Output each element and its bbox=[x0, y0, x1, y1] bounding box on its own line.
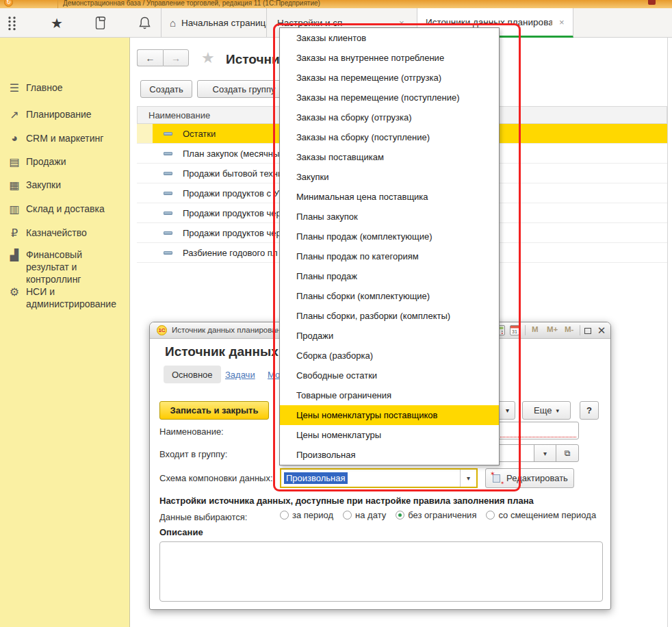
dropdown-item[interactable]: Планы сборки, разборки (комплекты) bbox=[280, 306, 499, 326]
memory-m-button[interactable]: М bbox=[532, 325, 539, 333]
dropdown-item[interactable]: Закупки bbox=[280, 167, 499, 187]
description-textarea[interactable] bbox=[159, 541, 603, 602]
sidebar-item-treasury[interactable]: ₽Казначейство bbox=[0, 227, 130, 240]
sidebar-item-warehouse[interactable]: ▥Склад и доставка bbox=[0, 203, 130, 216]
item-dash-icon bbox=[164, 212, 172, 215]
radio-bez-ogranicheniya[interactable]: без ограничения bbox=[396, 510, 476, 520]
titlebar-divider bbox=[57, 0, 58, 8]
sidebar: ☰Главное ↗Планирование ◕CRM и маркетинг … bbox=[0, 38, 130, 627]
dropdown-item[interactable]: Заказы на перемещение (поступление) bbox=[280, 88, 499, 107]
sidebar-item-planning[interactable]: ↗Планирование bbox=[0, 108, 130, 121]
dropdown-item[interactable]: Цены номенклатуры bbox=[280, 425, 499, 445]
sidebar-item-purchases[interactable]: ▦Закупки bbox=[0, 179, 130, 192]
close-icon[interactable]: ✕ bbox=[596, 325, 607, 336]
dropdown-item[interactable]: Заказы поставщикам bbox=[280, 147, 499, 167]
edit-wand-icon: ✶✶ bbox=[491, 473, 503, 484]
dropdown-item[interactable]: Заказы на сборку (отгрузка) bbox=[280, 107, 499, 127]
dropdown-item[interactable]: Товарные ограничения bbox=[280, 385, 499, 405]
main-menu-icon[interactable] bbox=[3, 8, 22, 38]
dialog-tab-tasks[interactable]: Задачи bbox=[225, 366, 255, 383]
dropdown-item[interactable]: Минимальная цена поставщика bbox=[280, 187, 499, 207]
pie-chart-icon: ◕ bbox=[0, 132, 26, 144]
tab-settings-close-icon[interactable]: × bbox=[399, 18, 404, 28]
dropdown-item[interactable]: Заказы на сборку (поступление) bbox=[280, 127, 499, 147]
tab-home[interactable]: ⌂ Начальная страница bbox=[161, 8, 267, 38]
radio-icon bbox=[486, 511, 495, 520]
create-button[interactable]: Создать bbox=[140, 80, 192, 98]
back-button[interactable]: ← bbox=[137, 49, 163, 66]
dropdown-item[interactable]: Планы сборки (комплектующие) bbox=[280, 286, 499, 306]
open-form-icon: ⧉ bbox=[565, 448, 571, 458]
group-field-label: Входит в группу: bbox=[159, 449, 227, 459]
content-right-border bbox=[667, 38, 668, 627]
group-open-button[interactable]: ⧉ bbox=[556, 444, 579, 462]
create-group-button[interactable]: Создать группу bbox=[197, 80, 291, 98]
memory-m-plus-button[interactable]: М+ bbox=[547, 325, 558, 333]
radio-icon bbox=[343, 511, 352, 520]
favorite-star-icon[interactable]: ★ bbox=[201, 49, 215, 67]
dropdown-item[interactable]: Заказы клиентов bbox=[280, 28, 499, 48]
cart-icon: ▦ bbox=[0, 179, 26, 192]
dropdown-item[interactable]: Планы продаж (комплектующие) bbox=[280, 227, 499, 246]
settings-heading: Настройки источника данных, доступные пр… bbox=[159, 496, 534, 506]
radio-so-smeshcheniem[interactable]: со смещением периода bbox=[486, 510, 596, 520]
ruble-icon: ₽ bbox=[0, 227, 26, 240]
item-dash-icon bbox=[164, 152, 172, 155]
more-button[interactable]: Еще▾ bbox=[522, 401, 571, 420]
tab-planning-sources-close-icon[interactable]: × bbox=[559, 17, 565, 27]
favorites-star-icon[interactable]: ★ bbox=[47, 8, 67, 38]
help-button[interactable]: ? bbox=[580, 401, 599, 420]
memory-m-minus-button[interactable]: М- bbox=[565, 325, 573, 333]
sidebar-item-admin[interactable]: ⚙НСИ и администрирование bbox=[0, 285, 130, 310]
dropdown-item[interactable]: Заказы на внутреннее потребление bbox=[280, 48, 499, 68]
dropdown-item-highlighted[interactable]: Цены номенклатуры поставщиков bbox=[280, 405, 499, 425]
menu-icon: ☰ bbox=[0, 81, 26, 94]
dropdown-item[interactable]: Продажи bbox=[280, 326, 499, 346]
schema-dropdown-button[interactable]: ▾ bbox=[460, 470, 476, 487]
dialog-title: Источник данных планировани bbox=[172, 326, 285, 334]
window-title: Демонстрационная база / Управление торго… bbox=[63, 0, 320, 7]
forward-button[interactable]: → bbox=[163, 49, 189, 66]
item-dash-icon bbox=[164, 132, 172, 136]
dropdown-item[interactable]: Планы продаж bbox=[280, 266, 499, 286]
nav-buttons: ← → bbox=[137, 49, 189, 66]
chevron-down-icon: ▾ bbox=[556, 407, 559, 414]
1c-logo-icon: 1С bbox=[157, 325, 167, 335]
period-label: Данные выбираются: bbox=[159, 512, 247, 522]
warehouse-icon: ▥ bbox=[0, 203, 26, 216]
sidebar-item-main[interactable]: ☰Главное bbox=[0, 81, 130, 94]
item-dash-icon bbox=[164, 192, 172, 195]
radio-selected-icon bbox=[396, 511, 404, 520]
schema-combobox[interactable]: Произвольная ▾ bbox=[280, 468, 478, 488]
app-window: ↻ Демонстрационная база / Управление тор… bbox=[0, 0, 672, 627]
sidebar-item-finance[interactable]: ▟Финансовый результат и контроллинг bbox=[0, 248, 130, 285]
bar-chart-icon: ▟ bbox=[0, 248, 26, 261]
gear-icon: ⚙ bbox=[0, 285, 26, 298]
window-close-icon[interactable] bbox=[648, 0, 656, 5]
radio-na-datu[interactable]: на дату bbox=[343, 510, 386, 520]
group-dropdown-button[interactable]: ▾ bbox=[534, 444, 556, 462]
dropdown-item[interactable]: Сборка (разборка) bbox=[280, 346, 499, 366]
edit-button[interactable]: ✶✶ Редактировать bbox=[485, 468, 574, 488]
dialog-tab-main[interactable]: Основное bbox=[164, 366, 221, 383]
dropdown-item[interactable]: Свободные остатки bbox=[280, 366, 499, 385]
sidebar-item-crm[interactable]: ◕CRM и маркетинг bbox=[0, 132, 130, 144]
window-titlebar: ↻ Демонстрационная база / Управление тор… bbox=[0, 0, 672, 8]
notifications-bell-icon[interactable] bbox=[134, 8, 155, 38]
radio-za-period[interactable]: за период bbox=[280, 510, 333, 520]
item-dash-icon bbox=[164, 231, 172, 235]
save-and-close-button[interactable]: Записать и закрыть bbox=[159, 401, 269, 420]
tab-settings-label: Настройки и сп bbox=[277, 18, 392, 28]
dropdown-item[interactable]: Произвольная bbox=[280, 445, 499, 465]
dropdown-item[interactable]: Планы продаж по категориям bbox=[280, 246, 499, 266]
sidebar-item-sales[interactable]: ▤Продажи bbox=[0, 155, 130, 168]
maximize-icon[interactable] bbox=[582, 325, 593, 336]
schema-field-label: Схема компоновки данных: bbox=[159, 473, 273, 483]
dropdown-item[interactable]: Заказы на перемещение (отгрузка) bbox=[280, 68, 499, 88]
dialog-tab-notes[interactable]: Мо bbox=[268, 366, 280, 383]
history-icon[interactable] bbox=[90, 8, 111, 38]
dialog-header: Источник данных пл bbox=[165, 344, 298, 359]
dropdown-item[interactable]: Планы закупок bbox=[280, 207, 499, 227]
calendar-icon[interactable]: 31 bbox=[510, 325, 519, 337]
name-field-label: Наименование: bbox=[159, 426, 224, 437]
